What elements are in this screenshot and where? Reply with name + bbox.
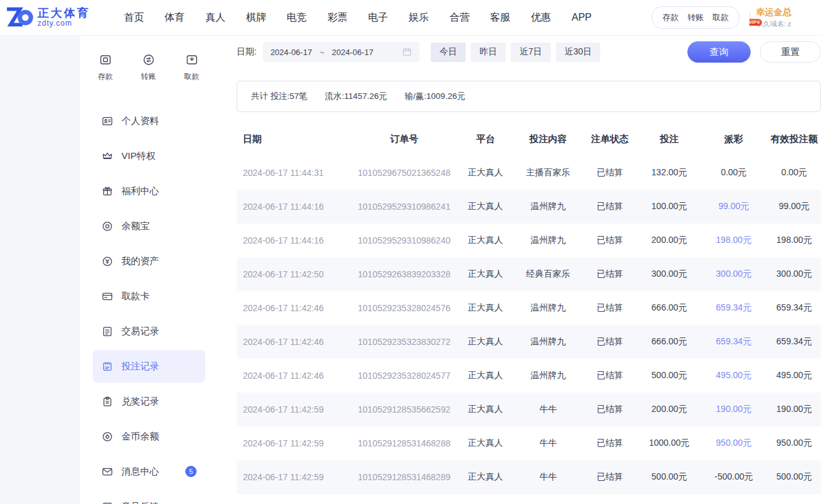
table-row: 2024-06-17 11:42:501010529263839203328正大… (237, 257, 821, 291)
range-button-1[interactable]: 今日 (431, 43, 466, 62)
nav-item-11[interactable]: 优惠 (531, 11, 551, 24)
user-block[interactable]: VIP4 幸运金总 永久域名: z (749, 7, 816, 29)
nav-item-9[interactable]: 合营 (450, 11, 470, 24)
cell-valid: 500.00元 (768, 471, 821, 483)
date-label: 日期: (237, 46, 257, 58)
brand-name: 正大体育 (38, 8, 90, 20)
sidebar-quick-actions: 存款转账取款 (86, 46, 212, 96)
date-range-input[interactable]: 2024-06-17 ~ 2024-06-17 (263, 42, 419, 62)
header-quick-link-1[interactable]: 存款 (662, 12, 679, 23)
column-header-7: 派彩 (700, 133, 768, 145)
cell-payout: 300.00元 (700, 269, 768, 280)
quick-action-1[interactable]: 存款 (98, 53, 113, 82)
sidebar-item-12[interactable]: 意见反馈 (93, 490, 205, 504)
welfare-icon (101, 185, 113, 197)
header-quick-link-3[interactable]: 取款 (712, 12, 729, 23)
nav-item-10[interactable]: 客服 (490, 11, 510, 24)
sidebar-item-label: 我的资产 (121, 255, 159, 267)
cell-payout: 0.00元 (700, 167, 768, 178)
cell-order: 1010529128535662592 (352, 404, 456, 414)
sidebar-item-11[interactable]: 消息中心5 (93, 455, 205, 488)
cell-date: 2024-06-17 11:42:59 (237, 404, 352, 414)
cell-order: 1010529675021365248 (352, 168, 456, 178)
query-button[interactable]: 查询 (687, 41, 751, 63)
range-button-3[interactable]: 近7日 (511, 43, 551, 62)
deposit-icon (99, 53, 112, 66)
cell-date: 2024-06-17 11:44:16 (237, 202, 352, 212)
brand-logo[interactable]: 正大体育 zdty.com (5, 6, 106, 29)
nav-item-3[interactable]: 真人 (205, 11, 225, 24)
cell-status: 已结算 (581, 370, 639, 381)
cell-order: 1010529235328024577 (352, 371, 456, 381)
cell-content: 牛牛 (515, 404, 581, 415)
bet-records-table: 日期订单号平台投注内容注单状态投注派彩有效投注额 2024-06-17 11:4… (237, 122, 821, 494)
cell-status: 已结算 (581, 302, 639, 314)
nav-item-8[interactable]: 娱乐 (409, 11, 429, 24)
sidebar-item-8[interactable]: 投注记录 (93, 350, 205, 383)
cell-payout: 659.34元 (700, 302, 768, 314)
nav-item-4[interactable]: 棋牌 (246, 11, 266, 24)
header-quick-links: 存款转账取款 (652, 6, 739, 29)
cell-valid: 190.00元 (768, 404, 821, 415)
nav-item-2[interactable]: 体育 (165, 11, 185, 24)
quick-action-3[interactable]: 取款 (184, 53, 199, 82)
sidebar-item-label: 消息中心 (121, 466, 159, 478)
header-quick-link-2[interactable]: 转账 (687, 12, 704, 23)
cell-bet: 200.00元 (639, 235, 700, 246)
sidebar-item-2[interactable]: VIP特权 (93, 140, 205, 172)
calendar-icon[interactable] (402, 47, 412, 57)
cell-payout: 190.00元 (700, 404, 768, 415)
cell-payout: -500.00元 (700, 471, 768, 483)
reset-button[interactable]: 重置 (760, 41, 821, 63)
column-header-6: 投注 (639, 133, 700, 145)
quick-action-label: 转账 (141, 71, 156, 82)
date-separator: ~ (319, 48, 324, 57)
sidebar-item-label: 投注记录 (121, 361, 159, 373)
cell-payout: 99.00元 (700, 201, 768, 212)
sidebar-item-1[interactable]: 个人资料 (93, 105, 205, 137)
nav-item-7[interactable]: 电子 (368, 11, 388, 24)
nav-item-1[interactable]: 首页 (124, 11, 144, 24)
cell-content: 温州牌九 (515, 201, 581, 212)
cell-date: 2024-06-17 11:42:59 (237, 472, 352, 482)
sidebar-item-6[interactable]: 取款卡 (93, 280, 205, 312)
sidebar-item-label: 交易记录 (121, 326, 159, 337)
main-nav: 首页体育真人棋牌电竞彩票电子娱乐合营客服优惠APP (124, 11, 652, 24)
card-icon (101, 291, 113, 302)
cell-content: 温州牌九 (515, 235, 581, 246)
range-button-2[interactable]: 昨日 (471, 43, 506, 62)
nav-item-6[interactable]: 彩票 (327, 11, 347, 24)
column-header-2: 订单号 (352, 133, 456, 145)
summary-part-2: 流水:11457.26元 (325, 91, 388, 102)
cell-platform: 正大真人 (456, 269, 515, 280)
cell-valid: 950.00元 (768, 438, 821, 449)
nav-item-5[interactable]: 电竞 (287, 11, 307, 24)
header-right: 存款转账取款 VIP4 幸运金总 永久域名: z (652, 6, 816, 29)
nav-item-12[interactable]: APP (572, 12, 592, 23)
range-button-4[interactable]: 近30日 (556, 43, 601, 62)
column-header-5: 注单状态 (581, 133, 639, 145)
vip-icon (101, 150, 113, 162)
sidebar-item-9[interactable]: 兑奖记录 (93, 385, 205, 418)
sidebar-item-3[interactable]: 福利中心 (93, 175, 205, 207)
cell-valid: 198.00元 (768, 235, 821, 246)
cell-payout: 495.00元 (700, 370, 768, 381)
cell-platform: 正大真人 (456, 201, 515, 212)
cell-payout: 198.00元 (700, 235, 768, 246)
cell-valid: 659.34元 (768, 302, 821, 314)
table-header: 日期订单号平台投注内容注单状态投注派彩有效投注额 (237, 122, 821, 156)
sidebar-item-4[interactable]: 余额宝 (93, 210, 205, 242)
sidebar-item-label: 意见反馈 (121, 501, 159, 504)
quick-action-2[interactable]: 转账 (141, 53, 156, 82)
brand-domain: zdty.com (38, 19, 90, 28)
sidebar-item-7[interactable]: 交易记录 (93, 315, 205, 347)
coins-icon (101, 431, 113, 443)
vip-badge: VIP4 (749, 19, 762, 26)
cell-content: 温州牌九 (515, 370, 581, 381)
cell-status: 已结算 (581, 235, 639, 246)
cell-bet: 200.00元 (639, 404, 700, 415)
cell-bet: 132.00元 (639, 167, 700, 178)
sidebar-item-10[interactable]: 金币余额 (93, 420, 205, 453)
sidebar-item-5[interactable]: 我的资产 (93, 245, 205, 277)
cell-content: 牛牛 (515, 471, 581, 483)
